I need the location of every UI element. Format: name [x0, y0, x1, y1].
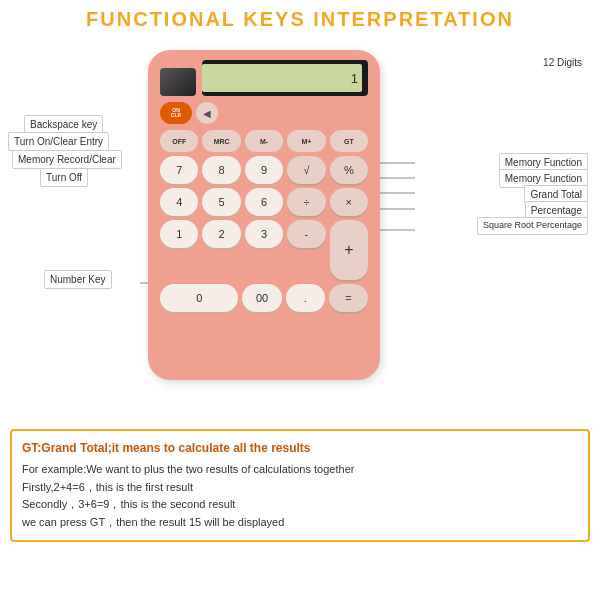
off-button[interactable]: OFF — [160, 130, 198, 152]
btn-1[interactable]: 1 — [160, 220, 198, 248]
on-clr-button[interactable]: ONCLR — [160, 102, 192, 124]
gt-button[interactable]: GT — [330, 130, 368, 152]
display-screen: 1 — [202, 64, 362, 92]
info-line-1: For example:We want to plus the two resu… — [22, 461, 578, 479]
solar-panel — [160, 68, 196, 96]
row-456: 4 5 6 ÷ × — [160, 188, 368, 216]
calculator: 1 ONCLR ◀ OFF MRC M- M+ GT 7 — [148, 50, 380, 380]
m-plus-button[interactable]: M+ — [287, 130, 325, 152]
label-12digits: 12 Digits — [543, 57, 582, 68]
btn-0[interactable]: 0 — [160, 284, 238, 312]
diagram-area: 1 ONCLR ◀ OFF MRC M- M+ GT 7 — [0, 35, 600, 425]
btn-plus[interactable]: + — [330, 220, 368, 280]
label-memory-record: Memory Record/Clear — [12, 150, 122, 169]
display: 1 — [202, 60, 368, 96]
function-row: OFF MRC M- M+ GT — [160, 130, 368, 152]
info-line-3: Secondly，3+6=9，this is the second result — [22, 496, 578, 514]
btn-2[interactable]: 2 — [202, 220, 240, 248]
label-number-key: Number Key — [44, 270, 112, 289]
row-789: 7 8 9 √ % — [160, 156, 368, 184]
btn-00[interactable]: 00 — [242, 284, 281, 312]
top-section: 1 — [160, 60, 368, 96]
btn-4[interactable]: 4 — [160, 188, 198, 216]
btn-3[interactable]: 3 — [245, 220, 283, 248]
info-headline: GT:Grand Total;it means to calculate all… — [22, 439, 578, 458]
row-123: 1 2 3 - + — [160, 220, 368, 280]
info-box: GT:Grand Total;it means to calculate all… — [10, 429, 590, 542]
btn-dot[interactable]: . — [286, 284, 325, 312]
row-0: 0 00 . = — [160, 284, 368, 312]
m-minus-button[interactable]: M- — [245, 130, 283, 152]
buttons-area: ONCLR ◀ OFF MRC M- M+ GT 7 8 9 √ % — [160, 102, 368, 312]
btn-6[interactable]: 6 — [245, 188, 283, 216]
btn-8[interactable]: 8 — [202, 156, 240, 184]
mrc-button[interactable]: MRC — [202, 130, 240, 152]
btn-percent[interactable]: % — [330, 156, 368, 184]
label-square-root-percentage: Square Root Percentage — [477, 217, 588, 235]
btn-7[interactable]: 7 — [160, 156, 198, 184]
btn-9[interactable]: 9 — [245, 156, 283, 184]
btn-minus[interactable]: - — [287, 220, 325, 248]
btn-equals[interactable]: = — [329, 284, 368, 312]
display-digit: 1 — [351, 71, 358, 86]
label-turn-on-clear: Turn On/Clear Entry — [8, 132, 109, 151]
btn-multiply[interactable]: × — [330, 188, 368, 216]
btn-5[interactable]: 5 — [202, 188, 240, 216]
btn-sqrt[interactable]: √ — [287, 156, 325, 184]
info-line-2: Firstly,2+4=6，this is the first result — [22, 479, 578, 497]
label-turn-off: Turn Off — [40, 168, 88, 187]
backspace-button[interactable]: ◀ — [196, 102, 218, 124]
info-line-4: we can press GT，then the result 15 will … — [22, 514, 578, 532]
btn-divide[interactable]: ÷ — [287, 188, 325, 216]
page-title: FUNCTIONAL KEYS INTERPRETATION — [0, 0, 600, 35]
top-button-row: ONCLR ◀ — [160, 102, 368, 124]
